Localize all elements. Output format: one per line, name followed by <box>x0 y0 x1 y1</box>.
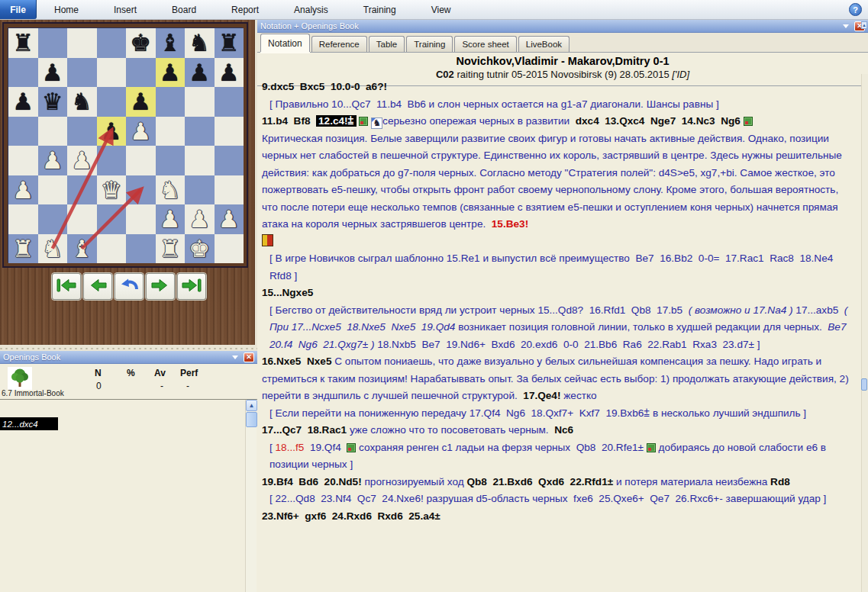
square-d3[interactable] <box>97 175 127 205</box>
square-h2[interactable] <box>215 204 244 234</box>
square-a3[interactable] <box>8 175 38 205</box>
move-text[interactable]: 17.Qe4! <box>523 390 560 401</box>
next-move-button[interactable] <box>146 273 175 300</box>
book-move-list[interactable]: 12...dxc4 ▲ <box>0 400 257 592</box>
square-a2[interactable] <box>8 204 38 234</box>
square-f6[interactable] <box>156 87 186 117</box>
square-g2[interactable] <box>185 204 215 234</box>
square-d4[interactable] <box>97 146 127 175</box>
chess-board[interactable]: ♜♚♝♞♜♟♟♟♟♟♛♞♟♟♟♟♟♟♛♞♟♟♟♜♞♝♜♚ <box>8 27 243 262</box>
square-b3[interactable] <box>38 175 68 205</box>
square-h4[interactable] <box>215 146 244 175</box>
close-icon[interactable]: ✕ <box>244 352 254 362</box>
horizontal-splitter[interactable] <box>0 345 257 351</box>
square-b7[interactable] <box>38 58 68 88</box>
move-text[interactable]: 23.Nf6+ gxf6 24.Rxd6 Rxd6 25.a4± <box>262 510 440 522</box>
takeback-button[interactable] <box>115 273 144 300</box>
tab-table[interactable]: Table <box>369 36 405 52</box>
notation-scrollbar[interactable] <box>861 74 868 592</box>
chevron-down-icon[interactable] <box>843 24 849 28</box>
square-a7[interactable] <box>8 58 38 88</box>
square-h5[interactable] <box>215 117 244 146</box>
square-d8[interactable] <box>97 28 127 58</box>
square-e7[interactable] <box>126 58 156 88</box>
square-d7[interactable] <box>97 58 127 88</box>
tab-score-sheet[interactable]: Score sheet <box>454 36 516 52</box>
move-text[interactable]: 9.dxc5 Bxc5 10.0-0 a6?! <box>262 81 387 92</box>
square-h1[interactable] <box>215 234 244 264</box>
square-c4[interactable] <box>67 146 97 175</box>
square-c3[interactable] <box>67 175 97 205</box>
goto-end-button[interactable] <box>177 273 206 300</box>
move-text[interactable]: 19.Bf4 Bd6 20.Nd5! <box>262 476 364 487</box>
tab-livebook[interactable]: LiveBook <box>518 36 570 52</box>
square-f1[interactable] <box>156 234 186 264</box>
menu-item-board[interactable]: Board <box>154 0 214 19</box>
tab-reference[interactable]: Reference <box>311 36 367 52</box>
square-b1[interactable] <box>38 234 68 264</box>
chevron-down-icon[interactable] <box>232 356 238 359</box>
square-d2[interactable] <box>97 204 127 234</box>
square-c2[interactable] <box>67 204 97 234</box>
square-e4[interactable] <box>126 146 156 175</box>
move-text[interactable]: Rd8 <box>770 476 790 487</box>
move-text[interactable]: Nc6 <box>554 424 573 436</box>
square-f7[interactable] <box>156 58 186 88</box>
square-b5[interactable] <box>38 117 68 146</box>
square-f3[interactable] <box>156 175 186 205</box>
menu-item-analysis[interactable]: Analysis <box>276 0 346 19</box>
move-text[interactable]: Qb8 21.Bxd6 Qxd6 22.Rfd1± <box>466 476 616 487</box>
square-g3[interactable] <box>185 175 215 205</box>
square-e8[interactable] <box>126 28 156 58</box>
square-g6[interactable] <box>185 87 215 117</box>
move-text[interactable]: 17...Qc7 18.Rac1 <box>262 424 350 436</box>
scrollbar-thumb[interactable] <box>861 378 867 391</box>
move-text[interactable]: 15.Be3! <box>492 218 528 230</box>
square-f5[interactable] <box>156 117 186 146</box>
move-text[interactable]: 16.Nxe5 Nxe5 <box>262 356 334 367</box>
square-e5[interactable] <box>126 117 156 146</box>
square-h6[interactable] <box>215 87 244 117</box>
square-d5[interactable] <box>97 117 127 146</box>
tab-notation[interactable]: Notation <box>260 34 310 52</box>
square-c7[interactable] <box>67 58 97 88</box>
square-d1[interactable] <box>97 234 127 264</box>
move-text[interactable]: 12.c4!⩲ <box>316 115 356 127</box>
menu-item-view[interactable]: View <box>414 0 469 19</box>
move-text[interactable]: 18...f5 <box>276 442 305 453</box>
square-h7[interactable] <box>215 58 244 88</box>
scrollbar-thumb[interactable] <box>246 412 257 427</box>
square-g1[interactable] <box>185 234 215 264</box>
square-b6[interactable] <box>38 87 68 117</box>
square-a8[interactable] <box>8 28 38 58</box>
menu-item-report[interactable]: Report <box>214 0 276 19</box>
square-f2[interactable] <box>156 204 186 234</box>
square-e2[interactable] <box>126 204 156 234</box>
square-h3[interactable] <box>215 175 244 205</box>
square-b8[interactable] <box>38 28 68 58</box>
square-e6[interactable] <box>126 87 156 117</box>
square-h8[interactable] <box>215 28 244 58</box>
scroll-up-icon[interactable]: ▲ <box>246 400 257 411</box>
square-a1[interactable] <box>8 234 38 264</box>
goto-start-button[interactable] <box>52 273 81 300</box>
book-selected-move[interactable]: 12...dxc4 <box>0 417 58 430</box>
square-a5[interactable] <box>8 117 38 146</box>
menu-item-home[interactable]: Home <box>37 0 96 19</box>
square-g4[interactable] <box>185 146 215 175</box>
square-a4[interactable] <box>8 146 38 175</box>
square-c1[interactable] <box>67 234 97 264</box>
square-e1[interactable] <box>126 234 156 264</box>
menu-item-training[interactable]: Training <box>346 0 414 19</box>
tab-training[interactable]: Training <box>406 36 453 52</box>
square-f4[interactable] <box>156 146 186 175</box>
menu-item-insert[interactable]: Insert <box>96 0 154 19</box>
notation-titlebar[interactable]: Notation + Openings Book ✕ <box>257 20 868 33</box>
square-g5[interactable] <box>185 117 215 146</box>
square-c8[interactable] <box>67 28 97 58</box>
square-d6[interactable] <box>97 87 127 117</box>
square-g7[interactable] <box>185 58 215 88</box>
previous-move-button[interactable] <box>83 273 112 300</box>
help-icon[interactable]: ? <box>849 3 862 16</box>
scroll-up-icon[interactable]: ▲ <box>861 21 867 29</box>
